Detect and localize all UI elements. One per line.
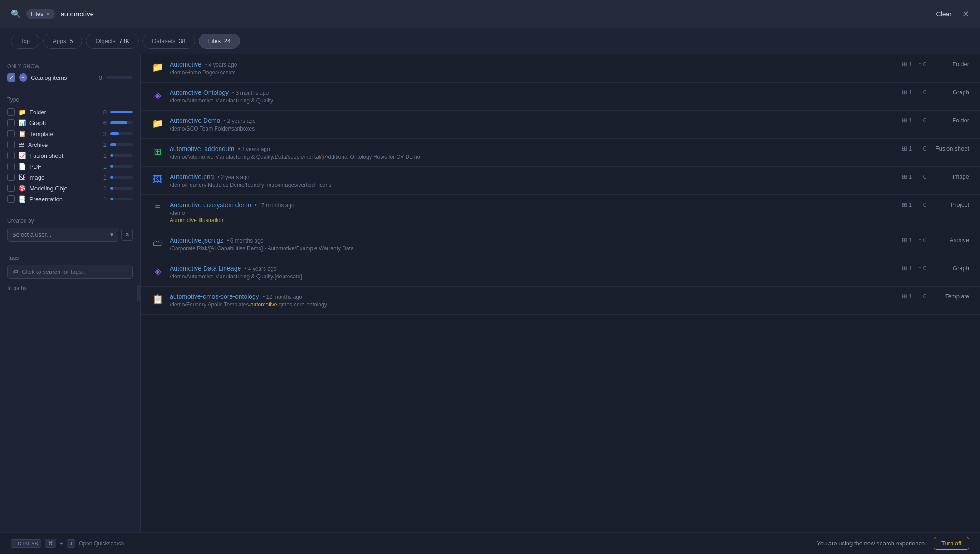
results-area: 📁 Automotive • 4 years ago /demo/Home Pa… xyxy=(141,54,980,532)
result-row[interactable]: ◈ Automotive Ontology • 3 months ago /de… xyxy=(141,83,980,111)
catalog-checkbox[interactable]: ✓ xyxy=(7,73,15,82)
result-title-6[interactable]: Automotive.json.gz xyxy=(170,237,223,244)
result-row[interactable]: 📁 Automotive Demo • 2 years ago /demo/SC… xyxy=(141,111,980,139)
in-paths-label: In paths xyxy=(7,285,133,292)
catalog-icon: ✦ xyxy=(19,73,27,82)
type-0: Folder xyxy=(933,61,969,68)
result-title-8[interactable]: automotive-qmos-core-ontology xyxy=(170,293,259,300)
result-path-6: /Corporate Risk/[AI Capabilities Demo] -… xyxy=(170,245,896,252)
type-count-image: 1 xyxy=(101,174,107,181)
type-count-modeling: 1 xyxy=(101,185,107,192)
tab-files[interactable]: Files 24 xyxy=(199,34,240,49)
type-name-fusion: Fusion sheet xyxy=(29,152,98,159)
type-checkbox-image[interactable] xyxy=(7,174,15,181)
user-select-row: Select a user... ▾ ✕ xyxy=(7,228,133,242)
tab-top[interactable]: Top xyxy=(11,34,39,49)
search-input[interactable] xyxy=(60,10,931,18)
tab-apps[interactable]: Apps 5 xyxy=(43,34,82,49)
archive-icon: 🗃 xyxy=(18,141,24,148)
type-bar-graph xyxy=(110,121,133,124)
search-actions: Clear ✕ xyxy=(936,9,969,19)
user-select-clear-button[interactable]: ✕ xyxy=(121,229,133,241)
filter-remove-icon[interactable]: ✕ xyxy=(46,11,50,17)
type-checkbox-folder[interactable] xyxy=(7,108,15,116)
type-checkbox-pdf[interactable] xyxy=(7,163,15,170)
type-row-modeling[interactable]: 🎯 Modeling Obje... 1 xyxy=(7,183,133,194)
result-path-1: /demo/Automotive Manufacturing & Quality xyxy=(170,97,896,104)
tab-objects[interactable]: Objects 73K xyxy=(86,34,139,49)
result-meta-3: ⊞ 1 ↑ 0 Fusion sheet xyxy=(902,145,969,152)
type-checkbox-template[interactable] xyxy=(7,130,15,137)
divider-2 xyxy=(7,211,133,211)
user-select[interactable]: Select a user... ▾ xyxy=(7,228,118,242)
type-checkbox-fusion[interactable] xyxy=(7,152,15,159)
type-5: Project xyxy=(933,201,969,208)
type-count-graph: 6 xyxy=(101,120,107,126)
search-bar: 🔍 Files ✕ Clear ✕ xyxy=(0,0,980,28)
result-time-2: • 2 years ago xyxy=(224,118,255,124)
type-bar-archive xyxy=(110,143,133,146)
type-checkbox-presentation[interactable] xyxy=(7,195,15,203)
turn-off-button[interactable]: Turn off xyxy=(934,537,969,550)
result-meta-8: ⊞ 1 ↑ 0 Template xyxy=(902,293,969,300)
pdf-icon: 📄 xyxy=(18,163,26,170)
fusion-icon: 📈 xyxy=(18,152,26,159)
type-name-presentation: Presentation xyxy=(29,196,98,203)
result-time-8: • 12 months ago xyxy=(263,294,302,300)
result-icon-4: 🖼 xyxy=(152,174,163,185)
type-checkbox-graph[interactable] xyxy=(7,119,15,126)
result-content-3: automotive_addendum • 3 years ago /demo/… xyxy=(170,145,896,160)
type-row-fusion[interactable]: 📈 Fusion sheet 1 xyxy=(7,150,133,161)
result-row[interactable]: ⊞ automotive_addendum • 3 years ago /dem… xyxy=(141,139,980,167)
result-row[interactable]: 📁 Automotive • 4 years ago /demo/Home Pa… xyxy=(141,54,980,83)
result-title-2[interactable]: Automotive Demo xyxy=(170,117,220,124)
stars-3: ⊞ 1 xyxy=(902,145,912,152)
tab-datasets[interactable]: Datasets 38 xyxy=(142,34,195,49)
sidebar-collapse-handle[interactable]: ‹ xyxy=(137,285,141,301)
catalog-row[interactable]: ✓ ✦ Catalog items 0 xyxy=(7,73,133,82)
type-name-pdf: PDF xyxy=(29,163,98,170)
type-row-template[interactable]: 📋 Template 3 xyxy=(7,128,133,139)
type-count-folder: 8 xyxy=(101,109,107,116)
sidebar: Only show ✓ ✦ Catalog items 0 Type 📁 Fol… xyxy=(0,54,141,532)
type-row-archive[interactable]: 🗃 Archive 2 xyxy=(7,139,133,150)
stars-4: ⊞ 1 xyxy=(902,173,912,180)
hotkey-plus: + xyxy=(60,540,63,547)
type-checkbox-archive[interactable] xyxy=(7,141,15,148)
result-content-7: Automotive Data Lineage • 4 years ago /d… xyxy=(170,265,896,280)
type-row-folder[interactable]: 📁 Folder 8 xyxy=(7,107,133,117)
type-name-modeling: Modeling Obje... xyxy=(29,185,98,192)
result-path-0: /demo/Home Pages/Assets xyxy=(170,69,896,76)
result-title-7[interactable]: Automotive Data Lineage xyxy=(170,265,241,272)
result-title-4[interactable]: Automotive.png xyxy=(170,173,214,180)
result-icon-1: ◈ xyxy=(152,90,163,101)
type-row-pdf[interactable]: 📄 PDF 1 xyxy=(7,161,133,172)
result-path-3: /demo/Automotive Manufacturing & Quality… xyxy=(170,154,896,160)
type-checkbox-modeling[interactable] xyxy=(7,185,15,192)
hotkeys-desc: Open Quicksearch xyxy=(79,540,124,547)
type-row-image[interactable]: 🖼 Image 1 xyxy=(7,172,133,183)
result-time-1: • 3 months ago xyxy=(232,90,269,96)
result-row[interactable]: 📋 automotive-qmos-core-ontology • 12 mon… xyxy=(141,287,980,315)
result-title-1[interactable]: Automotive Ontology xyxy=(170,89,229,96)
type-1: Graph xyxy=(933,89,969,96)
close-button[interactable]: ✕ xyxy=(962,9,969,19)
type-row-graph[interactable]: 📊 Graph 6 xyxy=(7,117,133,128)
tags-input[interactable]: 🏷 Click to search for tags... xyxy=(7,265,133,279)
clear-button[interactable]: Clear xyxy=(936,10,951,18)
result-row[interactable]: ≡ Automotive ecosystem demo • 17 months … xyxy=(141,195,980,230)
result-title-5[interactable]: Automotive ecosystem demo xyxy=(170,201,251,209)
type-8: Template xyxy=(933,293,969,300)
filter-pill[interactable]: Files ✕ xyxy=(26,9,55,19)
dropdown-chevron-icon: ▾ xyxy=(110,231,113,238)
result-content-1: Automotive Ontology • 3 months ago /demo… xyxy=(170,89,896,104)
result-row[interactable]: 🖼 Automotive.png • 2 years ago /demo/Fou… xyxy=(141,167,980,195)
result-icon-7: ◈ xyxy=(152,266,163,277)
type-row-presentation[interactable]: 📑 Presentation 1 xyxy=(7,194,133,204)
result-time-6: • 6 months ago xyxy=(227,238,263,244)
result-title-0[interactable]: Automotive xyxy=(170,61,201,68)
result-row[interactable]: 🗃 Automotive.json.gz • 6 months ago /Cor… xyxy=(141,230,980,258)
result-row[interactable]: ◈ Automotive Data Lineage • 4 years ago … xyxy=(141,258,980,287)
type-bar-fusion xyxy=(110,154,133,157)
result-title-3[interactable]: automotive_addendum xyxy=(170,145,234,152)
